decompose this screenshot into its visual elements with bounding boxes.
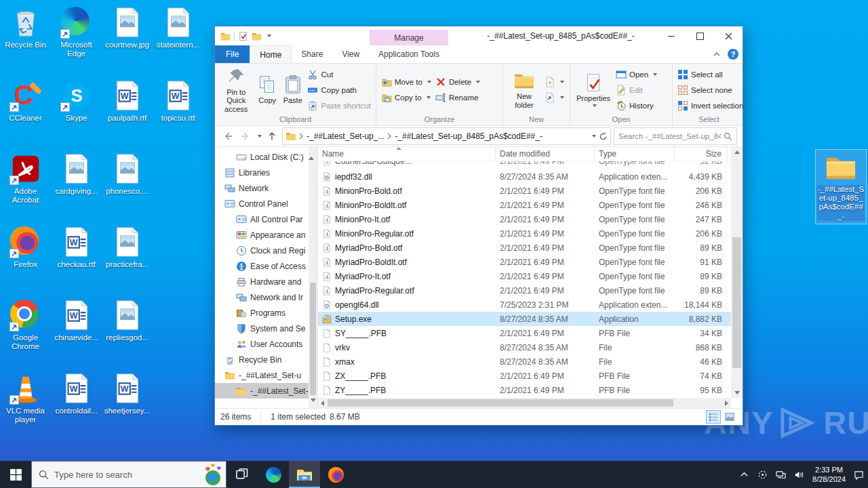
desktop-icon-chinaevide-[interactable]: Wchinaevide... xyxy=(51,294,102,367)
contextual-tab-manage[interactable]: Manage xyxy=(370,30,448,45)
history-button[interactable]: History xyxy=(616,99,657,113)
breadcrumb-parent[interactable]: -_##Latest_Set-up_... xyxy=(307,131,384,141)
tab-home[interactable]: Home xyxy=(250,45,292,63)
copy-path-button[interactable]: Copy path xyxy=(307,83,371,97)
sidebar-item-all-control-par[interactable]: All Control Par xyxy=(215,211,309,227)
qat-customize-dropdown[interactable] xyxy=(267,35,271,37)
column-header-size[interactable]: Size xyxy=(675,147,728,161)
desktop-icon-ccleaner[interactable]: CCCleaner xyxy=(0,75,51,148)
tab-view[interactable]: View xyxy=(332,45,369,63)
desktop-icon-checkau-rtf[interactable]: Wcheckau.rtf xyxy=(51,221,102,294)
back-button[interactable] xyxy=(220,129,235,144)
table-row-minionpro-regular-otf[interactable]: AMinionPro-Regular.otf2/1/2021 6:49 PMOp… xyxy=(318,226,731,241)
desktop-icon-sheetjersey-[interactable]: Wsheetjersey... xyxy=(102,367,153,441)
table-row-minionpro-boldit-otf[interactable]: AMinionPro-BoldIt.otf2/1/2021 6:49 PMOpe… xyxy=(318,198,731,212)
table-row-minionpro-it-otf[interactable]: AMinionPro-It.otf2/1/2021 6:49 PMOpenTyp… xyxy=(318,212,731,226)
desktop-icon-controldail-[interactable]: Wcontroldail... xyxy=(51,367,102,441)
desktop-icon-recycle-bin[interactable]: Recycle Bin xyxy=(0,1,51,75)
h-scroll-thumb[interactable] xyxy=(328,399,673,407)
sidebar-item--latest-set-[interactable]: -_##Latest_Set- xyxy=(215,383,309,399)
search-input[interactable]: Search -_##Latest_Set-up_848... xyxy=(614,127,737,145)
select-all-button[interactable]: Select all xyxy=(677,68,743,81)
copy-to-button[interactable]: Copy to xyxy=(381,91,431,104)
desktop-icon-vlc-media-player[interactable]: VLC media player xyxy=(0,367,51,441)
column-header-date-modified[interactable]: Date modified xyxy=(496,147,595,161)
scroll-down-arrow[interactable] xyxy=(734,391,740,394)
desktop-icon-skype[interactable]: SSkype xyxy=(51,75,102,148)
desktop-icon-topicsu-rtf[interactable]: Wtopicsu.rtf xyxy=(153,75,203,148)
taskbar-clock[interactable]: 2:33 PM 8/28/2024 xyxy=(808,465,850,485)
edit-button[interactable]: Edit xyxy=(616,83,657,97)
scroll-left-arrow[interactable] xyxy=(321,401,324,406)
easy-access-button[interactable] xyxy=(545,91,564,104)
table-row-iepdf32-dll[interactable]: iepdf32.dll8/27/2024 8:35 AMApplication … xyxy=(318,169,731,184)
taskbar-firefox-button[interactable] xyxy=(320,461,351,488)
paste-shortcut-button[interactable]: Paste shortcut xyxy=(307,99,371,113)
table-row-xmax[interactable]: xmax8/27/2024 8:35 AMFile46 KB xyxy=(318,354,731,369)
nav-scroll-thumb[interactable] xyxy=(310,283,316,395)
help-icon[interactable]: ? xyxy=(728,49,738,60)
table-row-minionpro-bold-otf[interactable]: AMinionPro-Bold.otf2/1/2021 6:49 PMOpenT… xyxy=(318,184,731,198)
table-row-myriadpro-bold-otf[interactable]: AMyriadPro-Bold.otf2/1/2021 6:49 PMOpenT… xyxy=(318,241,731,255)
desktop-icon-paulpath-rtf[interactable]: Wpaulpath.rtf xyxy=(102,75,153,148)
desktop-icon-practicefra-[interactable]: practicefra... xyxy=(102,221,153,294)
refresh-icon[interactable] xyxy=(599,132,608,141)
desktop-icon-adobe-acrobat[interactable]: Adobe Acrobat xyxy=(0,148,51,221)
tab-file[interactable]: File xyxy=(215,45,250,63)
table-row-zy-pfb[interactable]: ZY_____.PFB2/1/2021 6:49 PMPFB File95 KB xyxy=(318,383,731,397)
sidebar-item-local-disk-c-[interactable]: Local Disk (C:) xyxy=(215,149,309,165)
new-folder-button[interactable]: New folder xyxy=(506,69,542,110)
table-row-courierstd-oblique-[interactable]: ACourierStd-Oblique...2/1/2021 6:49 PMOp… xyxy=(318,161,731,169)
sidebar-item-appearance-an[interactable]: Appearance an xyxy=(215,227,309,243)
properties-button[interactable]: Properties xyxy=(573,71,614,108)
desktop-icon-microsoft-edge[interactable]: Microsoft Edge xyxy=(51,1,102,75)
sidebar-item-ease-of-access[interactable]: Ease of Access xyxy=(215,258,309,274)
table-row-sy-pfb[interactable]: SY_____.PFB2/1/2021 6:49 PMPFB File34 KB xyxy=(318,326,731,340)
forward-button[interactable] xyxy=(238,129,253,144)
qat-new-folder-button[interactable] xyxy=(252,31,262,41)
details-view-button[interactable] xyxy=(706,410,721,424)
sidebar-item-control-panel[interactable]: Control Panel xyxy=(215,196,309,211)
desktop-icon-google-chrome[interactable]: Google Chrome xyxy=(0,294,51,367)
table-row-zx-pfb[interactable]: ZX_____.PFB2/1/2021 6:49 PMPFB File74 KB xyxy=(318,369,731,383)
table-row-setup-exe[interactable]: Setup.exe8/27/2024 8:35 AMApplication8,8… xyxy=(318,312,731,326)
copy-button[interactable]: Copy xyxy=(254,73,280,106)
table-row-opengl64-dll[interactable]: opengl64.dll7/25/2023 2:31 PMApplication… xyxy=(318,298,731,312)
nav-scroll-down[interactable] xyxy=(311,399,316,402)
sidebar-item-system-and-se[interactable]: System and Se xyxy=(215,321,309,336)
breadcrumb-current[interactable]: -_##Latest_Set-up_8485_pAs$codE##_- xyxy=(395,131,542,141)
tray-network-button[interactable] xyxy=(772,461,790,488)
nav-scroll-up[interactable] xyxy=(309,147,314,160)
table-row-myriadpro-boldit-otf[interactable]: AMyriadPro-BoldIt.otf2/1/2021 6:49 PMOpe… xyxy=(318,255,731,269)
tab-share[interactable]: Share xyxy=(292,45,332,63)
desktop-icon-courtnew-jpg[interactable]: courtnew.jpg xyxy=(102,1,153,75)
open-button[interactable]: Open xyxy=(616,68,657,81)
rename-button[interactable]: Rename xyxy=(435,91,480,104)
sidebar-item--latest-set-u[interactable]: -_##Latest_Set-u xyxy=(215,367,309,383)
paste-button[interactable]: Paste xyxy=(280,73,306,106)
task-view-button[interactable] xyxy=(226,461,258,488)
v-scroll-thumb[interactable] xyxy=(732,237,741,367)
table-row-vrkv[interactable]: vrkv8/27/2024 8:35 AMFile868 KB xyxy=(318,340,731,354)
tray-volume-button[interactable] xyxy=(790,461,808,488)
title-bar[interactable]: Manage -_##Latest_Set-up_8485_pAs$codE##… xyxy=(215,26,743,45)
sidebar-item-recycle-bin[interactable]: Recycle Bin xyxy=(215,352,309,367)
new-item-button[interactable] xyxy=(545,75,564,89)
table-row-myriadpro-it-otf[interactable]: AMyriadPro-It.otf2/1/2021 6:49 PMOpenTyp… xyxy=(318,269,731,283)
select-none-button[interactable]: Select none xyxy=(677,83,743,97)
sidebar-item-clock-and-regi[interactable]: Clock and Regi xyxy=(215,243,309,258)
scroll-right-arrow[interactable] xyxy=(725,401,728,406)
horizontal-scrollbar[interactable] xyxy=(318,398,731,408)
cut-button[interactable]: Cut xyxy=(307,68,371,81)
large-icons-view-button[interactable] xyxy=(722,410,737,424)
desktop-icon-phonesco-[interactable]: phonesco.... xyxy=(102,148,153,221)
recent-locations-dropdown[interactable] xyxy=(258,135,262,138)
sidebar-item-programs[interactable]: Programs xyxy=(215,305,309,321)
scroll-up-arrow[interactable] xyxy=(734,150,740,154)
sidebar-item-user-accounts[interactable]: User Accounts xyxy=(215,336,309,352)
vertical-scrollbar[interactable] xyxy=(731,147,743,398)
desktop-target-folder[interactable]: -_##Latest_Set-up_8485_pAs$codE##_- xyxy=(815,149,867,224)
sidebar-item-network-and-ir[interactable]: Network and Ir xyxy=(215,289,309,305)
tray-app-button[interactable] xyxy=(753,461,772,488)
action-center-button[interactable] xyxy=(850,461,868,488)
